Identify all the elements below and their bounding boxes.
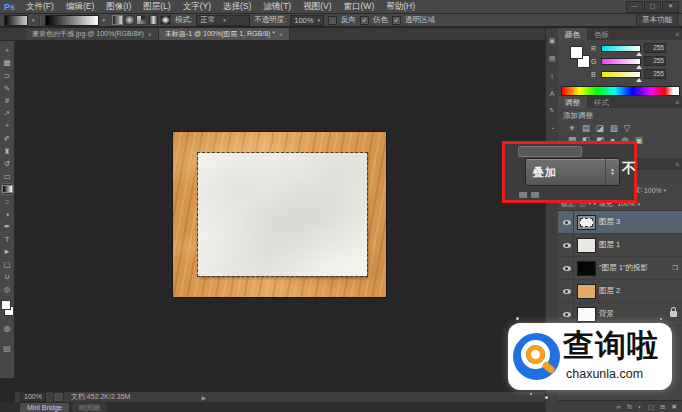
menu-item-file[interactable]: 文件(F) [20,0,60,13]
tab-adjustments[interactable]: 调整 [558,96,587,108]
menu-item-view[interactable]: 视图(V) [297,0,337,13]
menu-item-select[interactable]: 选择(S) [217,0,257,13]
tool-dodge[interactable]: ◑ [1,208,14,221]
layers-opacity-value[interactable]: 100% [644,187,661,194]
linear-gradient-button[interactable] [112,15,123,25]
tool-history-brush[interactable]: ↺ [1,157,14,170]
panel-icon-properties[interactable]: ▤ [549,55,556,63]
visibility-toggle[interactable] [560,280,574,302]
quick-mask-button[interactable]: ◍ [1,322,14,336]
tool-marquee[interactable]: ▦ [1,57,14,70]
tool-quick-select[interactable]: ✎ [1,82,14,95]
menu-item-filter[interactable]: 滤镜(T) [257,0,297,13]
opacity-select[interactable]: 100% ▾ [290,15,324,26]
layer-row-layer3[interactable]: 图层 3 [558,211,682,234]
green-slider[interactable] [601,58,641,65]
blue-slider[interactable] [601,71,641,78]
visibility-toggle[interactable] [560,257,574,279]
color-panel-swatches[interactable] [570,46,590,68]
foreground-background-swatches[interactable] [1,300,14,316]
menu-item-type[interactable]: 文字(Y) [177,0,217,13]
blend-mode-dropdown-magnified[interactable]: 叠加 ▲▼ [525,158,620,186]
foreground-color-swatch[interactable] [1,300,11,310]
curves-icon[interactable]: ◪ [596,123,604,133]
tool-gradient[interactable] [1,183,14,196]
layer-thumbnail[interactable] [577,284,596,299]
slider-thumb[interactable] [636,78,642,82]
tool-hand[interactable]: ∪ [1,271,14,284]
tool-eyedropper[interactable]: ↗ [1,107,14,120]
tab-styles[interactable]: 样式 [587,96,616,108]
angle-gradient-button[interactable] [136,15,147,25]
menu-item-layer[interactable]: 图层(L) [137,0,176,13]
panel-menu-icon[interactable]: ≡ [672,158,682,170]
tool-clone-stamp[interactable]: ♜ [1,145,14,158]
red-slider[interactable] [601,45,641,52]
tab-mini-bridge[interactable]: Mini Bridge [20,403,69,412]
layer-row-layer1-shadow[interactable]: "图层 1"的投影 ❐ [558,257,682,280]
close-icon[interactable]: × [279,31,283,38]
zoom-level-field[interactable]: 100% [20,392,46,402]
visibility-toggle[interactable] [560,234,574,256]
chevron-down-icon[interactable]: ▾ [638,201,641,207]
panel-menu-icon[interactable]: ≡ [672,96,682,108]
tool-shape[interactable]: ▢ [1,258,14,271]
workspace-switcher[interactable]: 基本功能 [636,13,678,27]
visibility-toggle[interactable] [560,303,574,325]
panel-menu-icon[interactable]: ≡ [672,28,682,40]
layer-thumbnail[interactable] [577,307,596,322]
layer-thumbnail[interactable] [577,238,596,253]
layer-thumbnail[interactable] [577,215,596,230]
restore-button[interactable]: ▢ [644,1,661,13]
panel-icon-clock[interactable]: ◔ [550,125,554,132]
menu-item-edit[interactable]: 编辑(E) [60,0,100,13]
brightness-contrast-icon[interactable]: ☀ [568,123,576,133]
dither-checkbox[interactable]: ✓ [360,16,369,25]
panel-icon-paragraph[interactable]: ✎ [549,107,555,115]
tab-swatches[interactable]: 色板 [587,28,616,40]
gradient-preview[interactable] [45,15,99,26]
panel-icon-info[interactable]: i [551,73,553,80]
radial-gradient-button[interactable] [124,15,135,25]
gradient-picker-arrow[interactable]: ▾ [103,17,106,23]
tool-eraser[interactable]: ▭ [1,170,14,183]
new-layer-icon[interactable]: ⊞ [660,403,665,411]
minimize-button[interactable]: — [626,1,643,13]
slider-thumb[interactable] [636,65,642,69]
status-arrow-icon[interactable]: ▶ [201,394,206,401]
tab-color[interactable]: 颜色 [558,28,587,40]
color-spectrum-ramp[interactable] [561,86,680,96]
document-tab-1[interactable]: 麦黄色的手感.jpg @ 100%(RGB/8#) × [26,28,159,40]
canvas-area[interactable] [15,41,545,391]
tool-crop[interactable]: # [1,94,14,107]
tool-path-select[interactable]: ► [1,246,14,259]
layer-mask-icon[interactable]: ◐ [638,403,642,410]
layer-style-fx-icon[interactable]: fx [627,403,632,410]
layer-thumbnail[interactable] [577,261,596,276]
screen-mode-button[interactable]: ▤ [1,342,14,356]
close-icon[interactable]: × [148,31,152,38]
tool-healing-brush[interactable]: + [1,120,14,133]
tool-preset-dropdown-arrow[interactable]: ▾ [32,17,35,23]
chevron-down-icon[interactable]: ▾ [663,187,666,193]
close-button[interactable]: ✕ [662,1,679,13]
mode-select[interactable]: 正常 ▾ [196,15,250,26]
menu-item-image[interactable]: 图像(I) [100,0,137,13]
tool-type[interactable]: T [1,233,14,246]
panel-icon-history[interactable]: ▣ [549,37,556,45]
tool-pen[interactable]: ✒ [1,220,14,233]
tool-preset-icon[interactable] [4,15,28,26]
tool-lasso[interactable]: ⊃ [1,69,14,82]
reflected-gradient-button[interactable] [148,15,159,25]
green-value[interactable]: 255 [644,56,666,66]
delete-layer-icon[interactable]: ✖ [672,403,677,411]
tool-brush[interactable]: ✐ [1,132,14,145]
slider-thumb[interactable] [636,52,642,56]
document-tab-2-active[interactable]: 未标题-1 @ 100%(图层 1, RGB/8) * × [159,28,290,40]
link-layers-icon[interactable]: ∞ [616,403,621,410]
tool-zoom[interactable]: ◎ [1,283,14,296]
menu-item-help[interactable]: 帮助(H) [380,0,421,13]
levels-icon[interactable]: ▤ [582,123,590,133]
vibrance-icon[interactable]: ▽ [624,123,631,133]
tool-blur[interactable]: ○ [1,195,14,208]
